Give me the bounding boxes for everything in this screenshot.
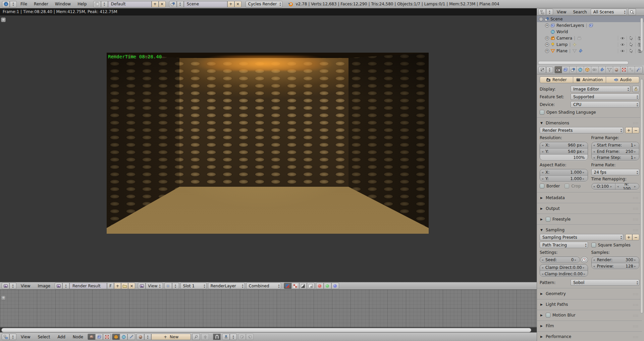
selectable-toggle[interactable] xyxy=(627,49,635,53)
outliner-label[interactable]: Lamp xyxy=(556,42,568,47)
shader-texture-toggle[interactable] xyxy=(103,334,111,340)
clamp-direct-field[interactable]: ◂Clamp Direct:0.00▸ xyxy=(540,265,588,271)
render-button[interactable]: Render xyxy=(540,76,573,83)
performance-panel-header[interactable]: ▶ Performance :::: xyxy=(540,334,639,340)
scene-name[interactable]: Scene xyxy=(184,1,227,7)
add-sampling-preset-button[interactable]: + xyxy=(625,234,632,240)
properties-type-selector[interactable]: ▴▾ xyxy=(538,67,553,73)
node-editor-type-arrows[interactable]: ▴▾ xyxy=(9,334,16,340)
panel-grip[interactable]: :::: xyxy=(633,121,639,125)
screen-layout-arrows[interactable]: ▴▾ xyxy=(101,1,108,7)
node-editor-type-selector[interactable]: ▴▾ xyxy=(2,334,16,340)
outliner-label[interactable]: World xyxy=(556,30,568,34)
outliner-row-camera[interactable]: + Camera | xyxy=(537,35,644,41)
tab-material[interactable] xyxy=(613,66,621,73)
end-frame-field[interactable]: ◂End Frame:250▸ xyxy=(592,148,639,154)
close-scene-button[interactable]: × xyxy=(234,1,241,7)
menu-render[interactable]: Render xyxy=(31,1,51,7)
context-linestyle-toggle[interactable] xyxy=(127,334,135,340)
panel-grip[interactable]: :::: xyxy=(633,314,639,317)
outliner-label[interactable]: Camera xyxy=(556,36,572,41)
expand-icon[interactable]: + xyxy=(545,43,549,47)
outliner-label[interactable]: RenderLayers xyxy=(556,23,584,28)
add-preset-button[interactable]: + xyxy=(625,127,632,133)
outliner-row-scene[interactable]: − Scene xyxy=(537,16,644,22)
frame-step-field[interactable]: ◂Frame Step:1▸ xyxy=(592,154,639,160)
device-dropdown[interactable]: CPU▴▾ xyxy=(571,101,639,108)
tab-world[interactable] xyxy=(577,66,584,73)
node-menu-select[interactable]: Select xyxy=(35,334,53,340)
outliner-label[interactable]: Scene xyxy=(550,17,563,21)
dimensions-panel-header[interactable]: ▼ Dimensions :::: xyxy=(540,120,639,126)
outliner-row-renderlayers[interactable]: + RenderLayers | xyxy=(537,22,644,29)
properties-vscrollbar[interactable] xyxy=(640,79,643,314)
outliner-type-arrows[interactable]: ▴▾ xyxy=(546,9,553,15)
context-world-toggle[interactable] xyxy=(120,334,127,340)
channel-z-toggle[interactable] xyxy=(299,283,307,289)
osl-checkbox[interactable] xyxy=(540,110,544,115)
slot-dropdown[interactable]: Slot 1▴▾ xyxy=(180,283,207,289)
render-presets-dropdown[interactable]: Render Presets▴▾ xyxy=(540,127,623,133)
border-checkbox[interactable] xyxy=(540,184,544,188)
info-editor-icon[interactable]: i xyxy=(2,1,10,7)
expand-icon[interactable]: + xyxy=(545,49,549,53)
aspect-x-field[interactable]: ◂X:1.000▸ xyxy=(540,169,588,175)
outliner-menu-search[interactable]: Search xyxy=(570,9,590,15)
node-menu-node[interactable]: Node xyxy=(70,334,86,340)
outliner-label[interactable]: Plane xyxy=(556,49,568,53)
image-editor-type-arrows[interactable]: ▴▾ xyxy=(9,283,16,289)
channel-rgb-toggle[interactable] xyxy=(307,283,315,289)
tab-data[interactable] xyxy=(606,66,613,73)
aspect-y-field[interactable]: ◂Y:1.000▸ xyxy=(540,175,588,181)
tab-modifiers[interactable] xyxy=(599,66,606,73)
remap-old-field[interactable]: ◂O:100▸ xyxy=(592,183,615,189)
display-dropdown[interactable]: Image Editor▴▾ xyxy=(571,86,630,92)
add-layout-button[interactable]: + xyxy=(152,1,159,7)
integrator-dropdown[interactable]: Path Tracing▴▾ xyxy=(540,242,588,248)
paste-nodes-button[interactable] xyxy=(246,334,254,340)
open-image-button[interactable] xyxy=(121,283,128,289)
output-panel-header[interactable]: ▶ Output :::: xyxy=(540,206,639,211)
add-scene-button[interactable]: + xyxy=(227,1,234,7)
display-mode-value[interactable]: View▴▾ xyxy=(146,283,163,289)
display-mode-dropdown[interactable]: View▴▾ xyxy=(138,283,163,289)
tab-texture[interactable] xyxy=(621,66,628,73)
outliner-search-button[interactable] xyxy=(628,9,636,15)
image-name-field[interactable]: Render Result xyxy=(69,283,107,289)
node-menu-add[interactable]: Add xyxy=(55,334,68,340)
region-expand-button[interactable]: + xyxy=(1,17,6,22)
snap-toggle[interactable] xyxy=(213,334,221,340)
clamp-indirect-field[interactable]: ◂Clamp Indirec:0.00▸ xyxy=(540,271,588,277)
selectable-toggle[interactable] xyxy=(627,42,635,47)
remove-sampling-preset-button[interactable]: − xyxy=(632,234,639,240)
seed-field[interactable]: ◂Seed:0▸ xyxy=(540,257,580,263)
selectable-toggle[interactable] xyxy=(627,36,635,41)
image-menu-image[interactable]: Image xyxy=(35,283,53,289)
panel-grip[interactable]: :::: xyxy=(633,335,639,339)
node-editor-canvas[interactable] xyxy=(0,289,537,327)
panel-grip[interactable]: :::: xyxy=(633,196,639,200)
tab-render-layers[interactable] xyxy=(562,66,570,73)
shader-renderlayer-toggle[interactable] xyxy=(95,334,103,340)
tab-particles[interactable] xyxy=(628,66,635,73)
scene-selector-icon[interactable] xyxy=(169,1,177,7)
material-dropdown-icon[interactable] xyxy=(137,334,144,340)
hide-toggle[interactable] xyxy=(618,49,627,53)
tab-physics[interactable] xyxy=(635,66,642,73)
new-material-button[interactable]: +New xyxy=(151,334,191,340)
panel-grip[interactable]: :::: xyxy=(633,324,639,328)
scene-selector-arrows[interactable]: ▴▾ xyxy=(177,1,184,7)
expand-icon[interactable]: + xyxy=(545,23,549,27)
channel-color-alpha-toggle[interactable] xyxy=(284,283,291,289)
snap-element-dropdown[interactable]: ▴▾ xyxy=(222,334,237,340)
shader-material-toggle[interactable] xyxy=(88,334,95,340)
frame-rate-dropdown[interactable]: 24 fps▴▾ xyxy=(591,169,640,175)
animate-seed-button[interactable] xyxy=(581,257,588,263)
info-editor-selector[interactable]: i ▴▾ xyxy=(2,1,17,7)
outliner-vscrollbar[interactable] xyxy=(640,18,643,51)
red-channel-button[interactable] xyxy=(316,283,324,289)
pivot-dropdown[interactable]: ▴▾ xyxy=(164,283,179,289)
sampling-presets-dropdown[interactable]: Sampling Presets▴▾ xyxy=(540,234,623,240)
outliner-row-plane[interactable]: + Plane | xyxy=(537,48,644,54)
light-paths-panel-header[interactable]: ▶ Light Paths :::: xyxy=(540,302,639,307)
